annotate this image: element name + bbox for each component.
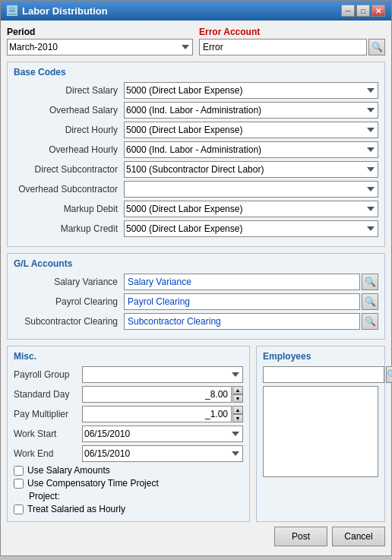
use-salary-amounts-checkbox[interactable] [14, 466, 24, 476]
work-end-row: Work End 06/15/2010 [14, 445, 243, 462]
cancel-button[interactable]: Cancel [332, 527, 385, 546]
project-row: Project: [29, 491, 243, 501]
restore-button[interactable]: □ [356, 5, 370, 17]
search-icon: 🔍 [365, 296, 376, 307]
payroll-group-select[interactable] [82, 366, 243, 383]
subcontractor-clearing-label: Subcontractor Clearing [14, 316, 124, 327]
treat-salaried-checkbox[interactable] [14, 505, 24, 514]
standard-day-row: Standard Day ▲ ▼ [14, 386, 243, 403]
overhead-salary-label: Overhead Salary [14, 105, 124, 115]
direct-hourly-select[interactable]: 5000 (Direct Labor Expense) [124, 122, 378, 138]
overhead-hourly-row: Overhead Hourly 6000 (Ind. Labor - Admin… [14, 141, 378, 158]
treat-salaried-label: Treat Salaried as Hourly [27, 504, 125, 514]
window-controls: ─ □ ✕ [341, 5, 385, 17]
search-icon: 🔍 [371, 42, 383, 52]
subcontractor-clearing-search-button[interactable]: 🔍 [362, 313, 378, 330]
markup-credit-select[interactable]: 5000 (Direct Labor Expense) [124, 220, 378, 237]
direct-salary-label: Direct Salary [14, 85, 124, 96]
base-codes-section: Base Codes Direct Salary 5000 (Direct La… [7, 62, 385, 247]
payrol-clearing-search-button[interactable]: 🔍 [362, 293, 378, 310]
standard-day-spinners: ▲ ▼ [232, 386, 243, 403]
use-comp-time-checkbox[interactable] [14, 479, 24, 489]
payroll-group-row: Payroll Group [14, 366, 243, 383]
salary-variance-search-button[interactable]: 🔍 [362, 274, 378, 290]
employees-search-button[interactable]: 🔍 [386, 366, 392, 383]
standard-day-input[interactable] [82, 386, 232, 403]
overhead-salary-select[interactable]: 6000 (Ind. Labor - Administration) [124, 102, 378, 119]
use-salary-amounts-label: Use Salary Amounts [27, 465, 110, 476]
salary-variance-input[interactable] [124, 274, 360, 290]
base-codes-title: Base Codes [14, 67, 378, 78]
overhead-hourly-label: Overhead Hourly [14, 144, 124, 155]
employees-title: Employees [263, 351, 378, 362]
employees-search-input[interactable] [263, 366, 384, 383]
payrol-clearing-input[interactable] [124, 293, 360, 310]
pay-multiplier-up-button[interactable]: ▲ [232, 406, 243, 414]
project-label: Project: [29, 491, 60, 501]
work-start-label: Work Start [14, 429, 82, 439]
overhead-hourly-select[interactable]: 6000 (Ind. Labor - Administration) [124, 141, 378, 158]
salary-variance-row: Salary Variance 🔍 [14, 274, 378, 290]
overhead-salary-row: Overhead Salary 6000 (Ind. Labor - Admin… [14, 102, 378, 119]
standard-day-up-button[interactable]: ▲ [232, 386, 243, 394]
search-icon: 🔍 [365, 277, 376, 287]
employees-section: Employees 🔍 [256, 346, 385, 522]
use-comp-time-label: Use Compensatory Time Project [27, 478, 159, 489]
pay-multiplier-down-button[interactable]: ▼ [232, 414, 243, 422]
pay-multiplier-spinners: ▲ ▼ [232, 406, 243, 422]
window-title: Labor Distribution [22, 5, 108, 17]
subcontractor-clearing-input[interactable] [124, 313, 360, 330]
work-start-row: Work Start 06/15/2010 [14, 426, 243, 442]
payroll-group-label: Payroll Group [14, 369, 82, 380]
gl-accounts-title: G/L Accounts [14, 258, 378, 269]
work-end-select[interactable]: 06/15/2010 [82, 445, 243, 462]
pay-multiplier-row: Pay Multiplier ▲ ▼ [14, 406, 243, 422]
direct-hourly-label: Direct Hourly [14, 125, 124, 135]
employees-list[interactable] [263, 386, 378, 477]
pay-multiplier-label: Pay Multiplier [14, 409, 82, 419]
work-end-label: Work End [14, 448, 82, 459]
minimize-button[interactable]: ─ [341, 5, 355, 17]
title-bar: Labor Distribution ─ □ ✕ [1, 1, 391, 21]
work-start-select[interactable]: 06/15/2010 [82, 426, 243, 442]
use-salary-amounts-row: Use Salary Amounts [14, 465, 243, 476]
misc-title: Misc. [14, 351, 243, 362]
error-account-input[interactable] [199, 39, 367, 55]
post-button[interactable]: Post [274, 527, 327, 546]
standard-day-label: Standard Day [14, 389, 82, 400]
direct-salary-select[interactable]: 5000 (Direct Labor Expense) [124, 82, 378, 99]
bottom-buttons-area: Post Cancel [7, 527, 385, 549]
markup-debit-row: Markup Debit 5000 (Direct Labor Expense) [14, 201, 378, 217]
direct-subcontractor-row: Direct Subcontractor 5100 (Subcontractor… [14, 161, 378, 178]
bottom-area: Misc. Payroll Group Standard Day [7, 346, 385, 522]
gl-accounts-section: G/L Accounts Salary Variance 🔍 Payrol Cl… [7, 253, 385, 340]
search-icon: 🔍 [365, 316, 376, 327]
period-select[interactable]: March-2010 [7, 39, 193, 55]
direct-subcontractor-label: Direct Subcontractor [14, 164, 124, 175]
direct-salary-row: Direct Salary 5000 (Direct Labor Expense… [14, 82, 378, 99]
error-account-group: Error Account 🔍 [199, 27, 385, 55]
payrol-clearing-row: Payrol Clearing 🔍 [14, 293, 378, 310]
period-error-row: Period March-2010 Error Account 🔍 [7, 27, 385, 55]
direct-subcontractor-select[interactable]: 5100 (Subcontractor Direct Labor) [124, 161, 378, 178]
standard-day-down-button[interactable]: ▼ [232, 394, 243, 403]
markup-credit-row: Markup Credit 5000 (Direct Labor Expense… [14, 220, 378, 237]
payrol-clearing-label: Payrol Clearing [14, 296, 124, 307]
error-account-search-button[interactable]: 🔍 [368, 39, 385, 55]
markup-debit-label: Markup Debit [14, 204, 124, 214]
treat-salaried-row: Treat Salaried as Hourly [14, 504, 243, 514]
overhead-subcontractor-label: Overhead Subcontractor [14, 184, 124, 195]
close-button[interactable]: ✕ [371, 5, 385, 17]
pay-multiplier-input[interactable] [82, 406, 232, 422]
period-label: Period [7, 27, 193, 37]
markup-debit-select[interactable]: 5000 (Direct Labor Expense) [124, 201, 378, 217]
period-group: Period March-2010 [7, 27, 193, 55]
window-content: Period March-2010 Error Account 🔍 Base C… [1, 21, 391, 555]
overhead-subcontractor-select[interactable] [124, 181, 378, 198]
error-account-label: Error Account [199, 27, 385, 37]
use-comp-time-row: Use Compensatory Time Project [14, 478, 243, 489]
window-icon [7, 5, 17, 16]
svg-rect-0 [8, 7, 16, 13]
direct-hourly-row: Direct Hourly 5000 (Direct Labor Expense… [14, 122, 378, 138]
subcontractor-clearing-row: Subcontractor Clearing 🔍 [14, 313, 378, 330]
